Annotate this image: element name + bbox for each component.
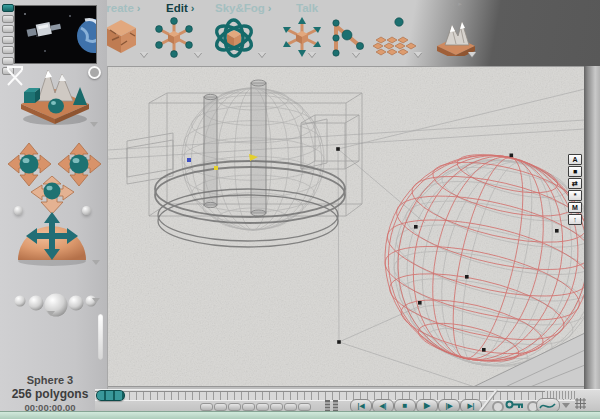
scene-thumbnail-space[interactable] (14, 5, 97, 64)
memory-dot-button[interactable] (256, 403, 269, 411)
sphere-icon (48, 99, 64, 114)
grid-icon[interactable] (574, 397, 587, 410)
rotate-tool-icon[interactable] (210, 16, 258, 60)
page-corner (108, 333, 585, 390)
up-level-button[interactable]: ↑ (568, 214, 582, 225)
palette-flyout-icon[interactable] (90, 122, 98, 127)
cube-icon (24, 92, 35, 103)
preset-button[interactable] (2, 25, 14, 33)
status-strip (0, 411, 600, 419)
chevron-right-icon: › (137, 2, 141, 14)
left-sidebar: Sphere 3 256 polygons 00:00:00.00 (0, 0, 107, 419)
memory-dot-button[interactable] (270, 403, 283, 411)
multi-replicate-dropdown-icon[interactable] (414, 52, 422, 57)
canvas-edge-bevel (584, 66, 600, 389)
align-dropdown-icon[interactable] (352, 52, 360, 57)
memory-dot-button[interactable] (228, 403, 241, 411)
resize-dropdown-icon[interactable] (194, 52, 202, 57)
align-tool-icon[interactable] (326, 16, 370, 58)
attributes-button[interactable]: A (568, 154, 582, 165)
satellite-icon (26, 20, 62, 39)
control-flyout-icon[interactable] (47, 311, 55, 316)
menu-talk[interactable]: Talk (296, 2, 318, 14)
object-control-palette: A ■ ⇄ * M ↑ (568, 154, 582, 226)
menu-skyfog[interactable]: Sky&Fog› (215, 2, 272, 14)
preset-button[interactable] (2, 15, 14, 23)
multi-replicate-tool-icon[interactable] (368, 16, 416, 60)
memory-dot-button[interactable] (200, 403, 213, 411)
selected-object-name: Sphere 3 (0, 374, 100, 386)
control-flyout-icon[interactable] (92, 298, 100, 303)
preset-button[interactable] (2, 46, 14, 54)
reposition-dropdown-icon[interactable] (308, 52, 316, 57)
sidebar-slider[interactable] (98, 314, 103, 360)
options-dropdown-icon[interactable] (562, 403, 570, 408)
reposition-tool-icon[interactable] (280, 16, 324, 58)
timeline-scrubber-handle[interactable] (96, 390, 125, 401)
key-icon[interactable] (505, 399, 525, 410)
terrain-dropdown-icon[interactable] (468, 52, 476, 57)
chevron-right-icon: › (191, 2, 195, 14)
animation-button[interactable]: * (568, 190, 582, 201)
header-collapse-arrows-icon[interactable]: ◄► (449, 1, 465, 7)
wireframe-scene[interactable] (108, 67, 585, 390)
bryce-app-window: Create› Edit› Sky&Fog› Talk ◄► (0, 0, 600, 419)
solo-button[interactable]: ■ (568, 166, 582, 177)
rotate-dropdown-icon[interactable] (258, 52, 266, 57)
mountain-icon (38, 70, 73, 101)
chevron-right-icon: › (268, 2, 272, 14)
link-button[interactable]: ⇄ (568, 178, 582, 189)
pyramid-icon (73, 87, 87, 105)
edit-mesh-dropdown-icon[interactable] (140, 52, 148, 57)
control-flyout-icon[interactable] (92, 260, 100, 265)
menu-edit[interactable]: Edit› (166, 2, 194, 14)
memory-dot-button[interactable] (214, 403, 227, 411)
memory-dot-button[interactable] (242, 403, 255, 411)
filmstrip-icon[interactable] (324, 400, 340, 411)
resize-tool-icon[interactable] (152, 16, 196, 58)
edit-palette-preview[interactable] (11, 60, 98, 128)
3d-viewport[interactable] (107, 66, 585, 390)
polygon-count: 256 polygons (0, 387, 100, 401)
reposition-dome-control[interactable] (14, 204, 90, 266)
material-button[interactable]: M (568, 202, 582, 213)
memory-dot-button[interactable] (284, 403, 297, 411)
memory-dot-button[interactable] (298, 403, 311, 411)
preset-button[interactable] (2, 4, 14, 12)
terrain-editor-tool-icon[interactable] (433, 16, 479, 56)
preset-button[interactable] (2, 36, 14, 44)
